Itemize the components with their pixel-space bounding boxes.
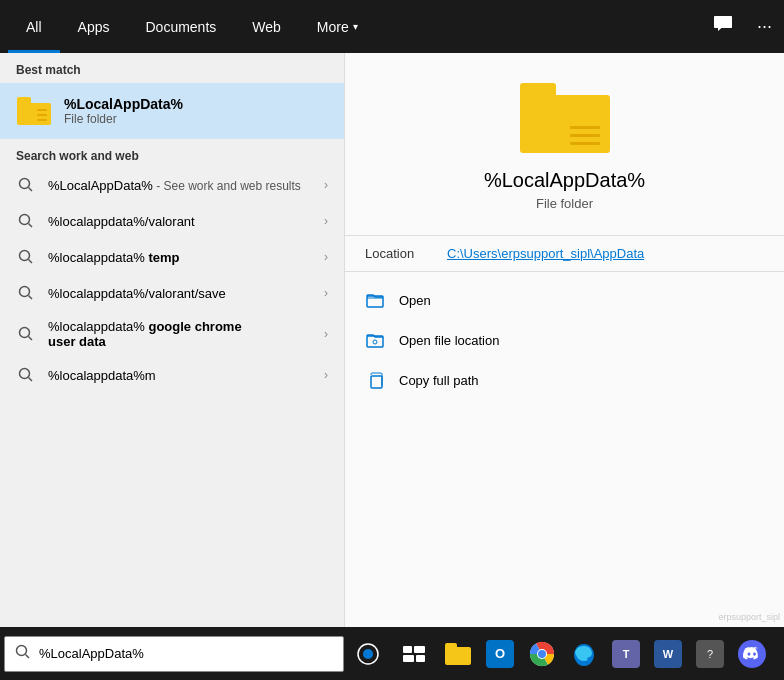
nav-icons: ···: [709, 10, 776, 43]
svg-point-14: [373, 340, 377, 344]
search-item-text-1: %localappdata%/valorant: [48, 214, 312, 229]
feedback-button[interactable]: [709, 10, 737, 43]
open-label: Open: [399, 293, 431, 308]
right-title: %LocalAppData%: [484, 169, 645, 192]
svg-line-5: [29, 260, 33, 264]
svg-line-7: [29, 296, 33, 300]
search-item-0[interactable]: %LocalAppData% - See work and web result…: [0, 167, 344, 203]
search-item-text-0: %LocalAppData% - See work and web result…: [48, 178, 312, 193]
right-panel: %LocalAppData% File folder Location C:\U…: [344, 53, 784, 680]
search-icon-2: [16, 247, 36, 267]
search-icon-3: [16, 283, 36, 303]
search-item-2[interactable]: %localappdata% temp ›: [0, 239, 344, 275]
cortana-button[interactable]: [346, 632, 390, 676]
open-file-location-label: Open file location: [399, 333, 499, 348]
search-item-text-3: %localappdata%/valorant/save: [48, 286, 312, 301]
svg-line-3: [29, 224, 33, 228]
svg-rect-20: [403, 646, 412, 653]
word-button[interactable]: W: [648, 632, 688, 676]
chevron-right-icon-3: ›: [324, 286, 328, 300]
chevron-right-icon-4: ›: [324, 327, 328, 341]
folder-location-icon: [365, 330, 385, 350]
svg-point-16: [17, 646, 27, 656]
best-match-label: Best match: [0, 53, 344, 83]
left-panel: Best match %LocalAppData% File folder S: [0, 53, 344, 680]
chevron-right-icon-2: ›: [324, 250, 328, 264]
main-content: Best match %LocalAppData% File folder S: [0, 53, 784, 680]
best-match-folder-icon: [16, 93, 52, 129]
svg-point-6: [20, 287, 30, 297]
taskbar-search-icon: [15, 644, 31, 663]
large-folder-icon: [520, 83, 610, 153]
open-action[interactable]: Open: [345, 280, 784, 320]
tab-apps[interactable]: Apps: [60, 0, 128, 53]
location-row: Location C:\Users\erpsupport_sipl\AppDat…: [345, 235, 784, 272]
svg-point-4: [20, 251, 30, 261]
chevron-down-icon: ▾: [353, 21, 358, 32]
best-match-type: File folder: [64, 112, 328, 126]
search-item-1[interactable]: %localappdata%/valorant ›: [0, 203, 344, 239]
search-icon-1: [16, 211, 36, 231]
svg-point-2: [20, 215, 30, 225]
unknown-app-button[interactable]: ?: [690, 632, 730, 676]
taskbar-search-text: %LocalAppData%: [39, 646, 333, 661]
search-item-3[interactable]: %localappdata%/valorant/save ›: [0, 275, 344, 311]
chevron-right-icon-5: ›: [324, 368, 328, 382]
svg-line-17: [26, 655, 30, 659]
outlook-button[interactable]: O: [480, 632, 520, 676]
right-subtitle: File folder: [536, 196, 593, 211]
tab-documents[interactable]: Documents: [127, 0, 234, 53]
tab-more[interactable]: More ▾: [299, 0, 376, 53]
svg-rect-22: [403, 655, 414, 662]
search-item-text-4: %localappdata% google chromeuser data: [48, 319, 312, 349]
taskview-button[interactable]: [392, 632, 436, 676]
svg-point-26: [538, 650, 546, 658]
action-list: Open Open file location: [345, 272, 784, 408]
svg-line-9: [29, 337, 33, 341]
discord-button[interactable]: [732, 632, 772, 676]
location-label: Location: [365, 246, 435, 261]
svg-point-19: [363, 649, 373, 659]
search-item-text-2: %localappdata% temp: [48, 250, 312, 265]
chevron-right-icon-0: ›: [324, 178, 328, 192]
search-item-5[interactable]: %localappdata%m ›: [0, 357, 344, 393]
svg-line-1: [29, 188, 33, 192]
search-icon-4: [16, 324, 36, 344]
tab-all[interactable]: All: [8, 0, 60, 53]
open-file-location-action[interactable]: Open file location: [345, 320, 784, 360]
folder-open-icon: [365, 290, 385, 310]
taskbar-search-bar[interactable]: %LocalAppData%: [4, 636, 344, 672]
explorer-button[interactable]: [438, 632, 478, 676]
copy-full-path-label: Copy full path: [399, 373, 479, 388]
watermark: erpsupport_sipl: [718, 612, 780, 622]
more-options-button[interactable]: ···: [753, 12, 776, 41]
chrome-button[interactable]: [522, 632, 562, 676]
search-item-text-5: %localappdata%m: [48, 368, 312, 383]
top-nav: All Apps Documents Web More ▾ ···: [0, 0, 784, 53]
edge-button[interactable]: [564, 632, 604, 676]
best-match-text: %LocalAppData% File folder: [64, 96, 328, 126]
best-match-item[interactable]: %LocalAppData% File folder: [0, 83, 344, 139]
svg-point-0: [20, 179, 30, 189]
search-item-4[interactable]: %localappdata% google chromeuser data ›: [0, 311, 344, 357]
svg-rect-21: [414, 646, 425, 653]
search-web-label: Search work and web: [0, 139, 344, 167]
svg-point-8: [20, 328, 30, 338]
best-match-name: %LocalAppData%: [64, 96, 328, 112]
chevron-right-icon-1: ›: [324, 214, 328, 228]
location-path[interactable]: C:\Users\erpsupport_sipl\AppData: [447, 246, 644, 261]
tab-web[interactable]: Web: [234, 0, 299, 53]
svg-rect-15: [371, 376, 382, 388]
taskbar: %LocalAppData% O: [0, 627, 784, 680]
search-icon-5: [16, 365, 36, 385]
svg-point-10: [20, 369, 30, 379]
svg-line-11: [29, 378, 33, 382]
svg-rect-23: [416, 655, 425, 662]
copy-icon: [365, 370, 385, 390]
teams-button[interactable]: T: [606, 632, 646, 676]
copy-full-path-action[interactable]: Copy full path: [345, 360, 784, 400]
search-icon-0: [16, 175, 36, 195]
